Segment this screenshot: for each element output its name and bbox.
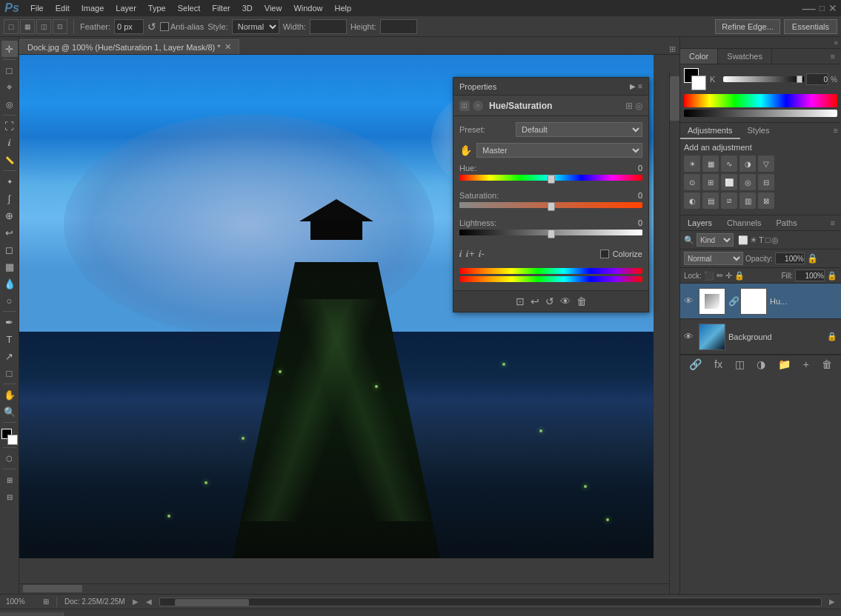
smart-filter-btn[interactable]: ◎	[771, 235, 779, 245]
type-filter-btn[interactable]: T	[759, 235, 764, 245]
channels-tab[interactable]: Channels	[719, 215, 768, 230]
selective-color-adj[interactable]: ⊠	[758, 192, 774, 209]
menu-filter[interactable]: Filter	[207, 2, 235, 14]
mini-bridge-tab[interactable]: Mini Bridge	[0, 612, 64, 617]
new-layer-btn[interactable]: +	[803, 358, 809, 370]
sat-thumb[interactable]	[548, 202, 555, 211]
brightness-contrast-adj[interactable]: ☀	[684, 155, 700, 172]
fill-input[interactable]	[795, 270, 825, 281]
blend-mode-select[interactable]: Normal	[684, 252, 743, 265]
feather-input[interactable]: 0 px	[114, 19, 144, 34]
color-fg-bg[interactable]	[684, 68, 706, 90]
hue-slider-track[interactable]	[459, 175, 642, 184]
invert-adj[interactable]: ◐	[684, 192, 700, 209]
gradient-tool[interactable]: ▦	[1, 258, 18, 275]
h-scrollbar[interactable]	[159, 597, 822, 606]
adj-panel-menu[interactable]: ≡	[831, 123, 841, 139]
screen-mode-btn[interactable]: ⊞	[1, 472, 18, 488]
screen-mode2-btn[interactable]: ⊟	[1, 489, 18, 505]
tool-option-btn1[interactable]: ▦	[20, 19, 35, 34]
refine-edge-button[interactable]: Refine Edge...	[715, 19, 780, 34]
canvas-hscroll-thumb[interactable]	[23, 585, 82, 592]
height-input[interactable]	[380, 19, 417, 34]
vibrance-adj[interactable]: ▽	[758, 155, 774, 172]
eyedropper-sub-btn[interactable]: 𝒊-	[479, 248, 485, 260]
layers-tab[interactable]: Layers	[680, 215, 719, 230]
lock-transparent-btn[interactable]: ⬛	[704, 271, 714, 281]
menu-view[interactable]: View	[259, 2, 287, 14]
grayscale-spectrum[interactable]	[684, 110, 837, 117]
move-tool[interactable]: ✛	[1, 41, 18, 57]
canvas-hscroll[interactable]	[19, 583, 669, 594]
hand-icon[interactable]: ✋	[459, 144, 472, 156]
delete-adj-btn[interactable]: 🗑	[576, 295, 587, 307]
menu-file[interactable]: File	[25, 2, 49, 14]
pixel-filter-btn[interactable]: ⬜	[738, 235, 748, 245]
lock-all-btn[interactable]: 🔒	[734, 271, 745, 281]
opacity-input[interactable]	[775, 252, 805, 264]
light-thumb[interactable]	[548, 230, 555, 238]
clone-stamp-tool[interactable]: ⊕	[1, 207, 18, 224]
styles-tab[interactable]: Styles	[740, 123, 777, 139]
shape-tool[interactable]: □	[1, 365, 18, 381]
quick-select-tool[interactable]: ◎	[1, 96, 18, 113]
ruler-tool[interactable]: 📏	[1, 152, 18, 168]
antialias-checkbox[interactable]	[160, 22, 169, 31]
prev-state-btn[interactable]: ↩	[531, 295, 539, 307]
gradient-map-adj[interactable]: ▥	[739, 192, 756, 209]
tool-option-btn2[interactable]: ◫	[36, 19, 51, 34]
bg-layer-vis-btn[interactable]: 👁	[684, 331, 696, 342]
panel-adj-icon1[interactable]: ⊞	[625, 101, 633, 111]
hue-sat-adj[interactable]: ⊙	[684, 174, 700, 190]
lasso-tool[interactable]: ⌖	[1, 79, 18, 96]
levels-adj[interactable]: ▦	[702, 155, 719, 172]
paths-tab[interactable]: Paths	[769, 215, 805, 230]
light-slider-track[interactable]	[459, 230, 642, 238]
delete-layer-btn[interactable]: 🗑	[822, 358, 832, 370]
layer-hue-sat[interactable]: 👁 🔗 Hu...	[680, 284, 841, 319]
style-select[interactable]: Normal	[232, 19, 279, 34]
visibility-btn[interactable]: 👁	[560, 295, 571, 307]
h-scrollbar-thumb[interactable]	[175, 599, 249, 606]
bw-adj[interactable]: ⬜	[721, 174, 737, 190]
menu-help[interactable]: Help	[330, 2, 357, 14]
path-selection-tool[interactable]: ↗	[1, 348, 18, 364]
swatches-tab[interactable]: Swatches	[718, 49, 772, 64]
essentials-button[interactable]: Essentials	[784, 19, 837, 34]
history-brush-tool[interactable]: ↩	[1, 224, 18, 241]
adj-filter-btn[interactable]: ☀	[750, 235, 757, 245]
photo-filter-adj[interactable]: ◎	[739, 174, 756, 190]
bg-color-swatch[interactable]	[691, 76, 706, 90]
file-tab[interactable]: Dock.jpg @ 100% (Hue/Saturation 1, Layer…	[19, 39, 239, 54]
color-panel-menu[interactable]: ≡	[825, 49, 841, 64]
color-tab[interactable]: Color	[680, 49, 718, 64]
marquee-tool[interactable]: □	[1, 62, 18, 78]
color-balance-adj[interactable]: ⊞	[702, 174, 719, 190]
lock-position-btn[interactable]: ✛	[725, 271, 732, 281]
opacity-lock-btn[interactable]: 🔒	[807, 253, 818, 264]
k-thumb[interactable]	[797, 76, 802, 83]
curves-adj[interactable]: ∿	[721, 155, 737, 172]
hue-layer-vis-btn[interactable]: 👁	[684, 295, 696, 307]
marquee-tool-btn[interactable]: □	[4, 19, 19, 34]
panel-menu-btn[interactable]: ≡	[638, 82, 642, 90]
close-tab-btn[interactable]: ✕	[225, 42, 231, 52]
quick-mask-btn[interactable]: ⬡	[1, 450, 18, 466]
brush-tool[interactable]: ∫	[1, 190, 18, 207]
layer-background[interactable]: 👁 Background 🔒	[680, 319, 841, 355]
kind-select[interactable]: Kind	[697, 233, 734, 247]
channel-select[interactable]: Master	[476, 143, 642, 158]
foreground-background-colors[interactable]	[1, 429, 18, 445]
shape-filter-btn[interactable]: □	[765, 235, 771, 245]
hand-tool[interactable]: ✋	[1, 386, 18, 403]
clip-to-layer-btn[interactable]: ⊡	[516, 295, 525, 307]
menu-layer[interactable]: Layer	[110, 2, 142, 14]
pen-tool[interactable]: ✒	[1, 314, 18, 330]
reset-btn[interactable]: ↺	[545, 295, 554, 307]
threshold-adj[interactable]: ⧄	[721, 192, 737, 209]
fill-lock-btn[interactable]: 🔒	[827, 271, 837, 281]
refresh-btn[interactable]: ↺	[147, 21, 156, 33]
eyedropper-tool[interactable]: 𝒊	[1, 135, 18, 151]
timeline-tab[interactable]: Timeline	[64, 612, 116, 617]
k-value-input[interactable]	[806, 73, 828, 85]
